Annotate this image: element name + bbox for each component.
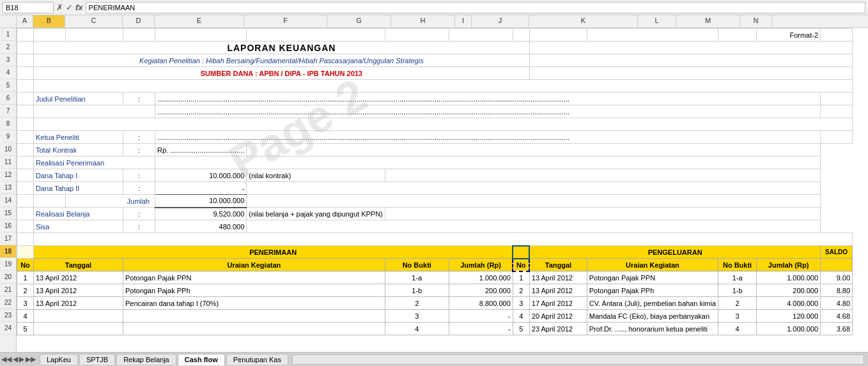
cell-M24-jumlah[interactable]: 1.000.000 xyxy=(757,323,821,335)
row-16[interactable]: 16 xyxy=(0,220,16,233)
cell-B9-label[interactable]: Ketua Peneliti xyxy=(34,131,123,144)
cell-D21-uraian[interactable]: Potongan Pajak PPh xyxy=(123,284,385,297)
cell-E13-value[interactable]: - xyxy=(155,182,247,195)
cell-A5[interactable] xyxy=(17,80,34,93)
cell-K1[interactable] xyxy=(587,29,718,42)
cell-G22-bukti[interactable]: 2 xyxy=(385,297,449,310)
cell-A9[interactable] xyxy=(17,131,34,144)
col-M[interactable]: M xyxy=(676,15,740,27)
cell-A2[interactable] xyxy=(17,42,34,54)
cell-F16[interactable] xyxy=(247,220,821,233)
cell-N6[interactable] xyxy=(821,93,853,105)
cell-H23-jumlah[interactable]: - xyxy=(449,310,513,323)
cell-B24-tanggal[interactable] xyxy=(34,323,123,335)
cell-N23-saldo[interactable]: 4.68 xyxy=(821,310,853,323)
cell-D15-colon[interactable]: : xyxy=(123,208,155,220)
horizontal-scrollbar[interactable] xyxy=(292,355,864,365)
cell-D10-colon[interactable]: : xyxy=(123,144,155,156)
tab-lapkeu[interactable]: LapKeu xyxy=(40,354,78,365)
tab-nav-prev[interactable]: ◀ xyxy=(13,355,18,363)
cell-E7-dotted[interactable]: ........................................… xyxy=(155,105,821,118)
cell-D1[interactable] xyxy=(123,29,155,42)
cell-L22-bukti[interactable]: 2 xyxy=(718,297,757,310)
cell-N1[interactable] xyxy=(821,29,853,42)
row-19[interactable]: 19 xyxy=(0,258,16,271)
col-D[interactable]: D xyxy=(123,15,155,27)
cell-F15-note[interactable]: (nilai belanja + pajak yang dipungut KPP… xyxy=(247,208,385,220)
cell-A11[interactable] xyxy=(17,156,34,169)
cell-K21-uraian[interactable]: Potongan Pajak PPh xyxy=(587,284,718,297)
row-10[interactable]: 10 xyxy=(0,143,16,156)
cell-L23-bukti[interactable]: 3 xyxy=(718,310,757,323)
cell-B19-tanggal[interactable]: Tanggal xyxy=(34,259,123,271)
formula-input[interactable]: PENERIMAAN xyxy=(86,2,865,13)
cell-A3[interactable] xyxy=(17,54,34,67)
cell-B2-main-title[interactable]: LAPORAN KEUANGAN xyxy=(34,42,530,54)
confirm-icon[interactable]: ✓ xyxy=(66,3,73,12)
cell-A18[interactable] xyxy=(17,246,34,259)
cell-D9-colon[interactable]: : xyxy=(123,131,155,144)
row-13[interactable]: 13 xyxy=(0,181,16,194)
cell-L24-bukti[interactable]: 4 xyxy=(718,323,757,335)
cell-A23-no[interactable]: 4 xyxy=(17,310,34,323)
row-2[interactable]: 2 xyxy=(0,41,16,54)
cell-A12[interactable] xyxy=(17,169,34,182)
cell-K22-uraian[interactable]: CV. Antara (Juli), pembelian bahan kimia xyxy=(587,297,718,310)
cell-J24-tanggal[interactable]: 23 April 2012 xyxy=(529,323,587,335)
cell-D20-uraian[interactable]: Potongan Pajak PPN xyxy=(123,271,385,284)
cell-F14[interactable] xyxy=(247,195,821,208)
cell-G19-nobukti[interactable]: No Bukti xyxy=(385,259,449,271)
cell-B14[interactable] xyxy=(34,195,66,208)
cell-N20-saldo[interactable]: 9.00 xyxy=(821,271,853,284)
tab-nav-next[interactable]: ▶ xyxy=(19,355,24,363)
cell-A19-no[interactable]: No xyxy=(17,259,34,271)
cell-G24-bukti[interactable]: 4 xyxy=(385,323,449,335)
cell-M19-jumlah[interactable]: Jumlah (Rp) xyxy=(757,259,821,271)
row-23[interactable]: 23 xyxy=(0,309,16,322)
cell-J20-tanggal[interactable]: 13 April 2012 xyxy=(529,271,587,284)
cell-B20-tanggal[interactable]: 13 April 2012 xyxy=(34,271,123,284)
col-A[interactable]: A xyxy=(17,15,33,27)
cell-L21-bukti[interactable]: 1-b xyxy=(718,284,757,297)
cell-A13[interactable] xyxy=(17,182,34,195)
cell-I21-divider[interactable]: 2 xyxy=(513,284,529,297)
cell-D6-colon[interactable]: : xyxy=(123,93,155,105)
cell-K24-uraian[interactable]: Prof.Dr. ....., honorarium ketua penelit… xyxy=(587,323,718,335)
cell-A15[interactable] xyxy=(17,208,34,220)
cell-G1[interactable] xyxy=(385,29,449,42)
col-F[interactable]: F xyxy=(244,15,327,27)
row-18[interactable]: 18 xyxy=(0,245,16,258)
cell-A14[interactable] xyxy=(17,195,34,208)
cell-B5[interactable] xyxy=(34,80,853,93)
cell-K23-uraian[interactable]: Mandala FC (Eko), biaya perbanyakan xyxy=(587,310,718,323)
cell-N7[interactable] xyxy=(821,105,853,118)
row-15[interactable]: 15 xyxy=(0,207,16,220)
cell-G15[interactable] xyxy=(385,208,820,220)
tab-nav-left[interactable]: ◀◀ xyxy=(1,355,12,363)
cell-A1[interactable] xyxy=(17,29,34,42)
cell-F10[interactable] xyxy=(247,144,821,156)
cell-B11-label[interactable]: Realisasi Penerimaan xyxy=(34,156,155,169)
row-1[interactable]: 1 xyxy=(0,28,16,41)
cell-G23-bukti[interactable]: 3 xyxy=(385,310,449,323)
cell-C1[interactable] xyxy=(66,29,123,42)
cell-H19-jumlah[interactable]: Jumlah (Rp) xyxy=(449,259,513,271)
cell-C14-label[interactable]: Jumlah xyxy=(66,195,155,208)
cell-E10-value[interactable]: Rp. ....................................… xyxy=(155,144,247,156)
cell-J23-tanggal[interactable]: 20 April 2012 xyxy=(529,310,587,323)
cell-I23-divider[interactable]: 4 xyxy=(513,310,529,323)
row-14[interactable]: 14 xyxy=(0,194,16,207)
row-11[interactable]: 11 xyxy=(0,156,16,169)
tab-cash-flow[interactable]: Cash flow xyxy=(178,354,225,365)
cell-A22-no[interactable]: 3 xyxy=(17,297,34,310)
cell-N22-saldo[interactable]: 4.80 xyxy=(821,297,853,310)
cell-L20-bukti[interactable]: 1-a xyxy=(718,271,757,284)
cell-B10-label[interactable]: Total Kontrak xyxy=(34,144,123,156)
cell-G21-bukti[interactable]: 1-b xyxy=(385,284,449,297)
cell-J21-tanggal[interactable]: 13 April 2012 xyxy=(529,284,587,297)
col-I[interactable]: I xyxy=(455,15,472,27)
cell-A7[interactable] xyxy=(17,105,34,118)
row-6[interactable]: 6 xyxy=(0,92,16,105)
cell-B1[interactable] xyxy=(34,29,66,42)
cell-J1[interactable] xyxy=(529,29,587,42)
